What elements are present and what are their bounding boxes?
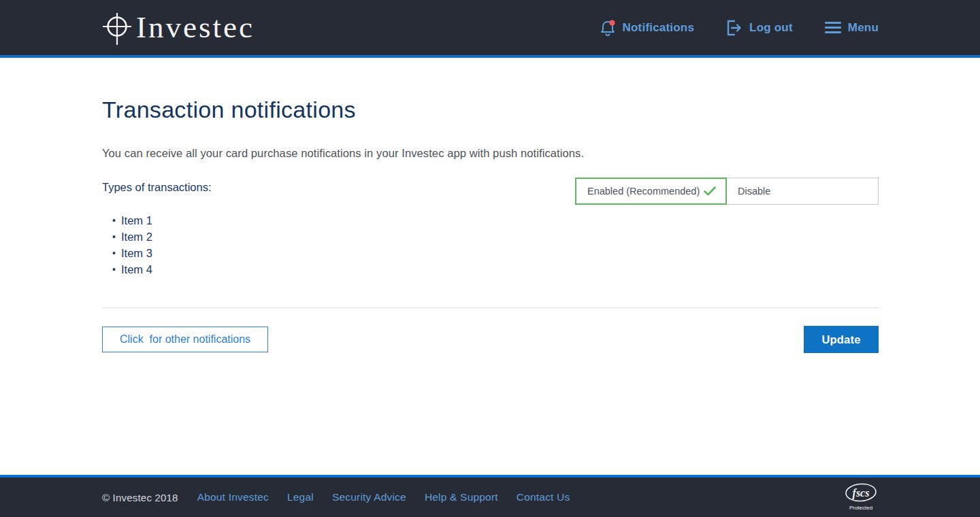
logout-label: Log out [749,21,793,35]
hamburger-menu-icon [825,22,841,33]
notifications-button[interactable]: Notifications [600,19,695,37]
notifications-label: Notifications [623,21,695,35]
menu-button[interactable]: Menu [825,21,879,35]
investec-wordmark: Investec [136,10,255,44]
footer-link-about-investec[interactable]: About Investec [197,491,269,503]
footer-link-legal[interactable]: Legal [287,491,314,503]
transaction-item: Item 2 [102,229,212,245]
svg-text:fscs: fscs [853,487,870,499]
logout-icon [726,19,742,37]
bell-icon [600,19,616,37]
logout-button[interactable]: Log out [726,19,793,37]
update-button[interactable]: Update [804,326,879,353]
svg-text:Protected: Protected [849,505,872,511]
footer-link-help-support[interactable]: Help & Support [425,491,498,503]
transaction-types: Types of transactions: Item 1 Item 2 Ite… [102,178,212,278]
transaction-item: Item 3 [102,245,212,261]
notifications-toggle-group: Enabled (Recommended) Disable [575,178,879,205]
investec-crosshair-icon [102,12,132,46]
footer-left: © Investec 2018 About Investec Legal Sec… [102,491,570,503]
menu-label: Menu [848,21,879,35]
settings-row: Types of transactions: Item 1 Item 2 Ite… [102,178,879,278]
page-description: You can receive all your card purchase n… [102,147,879,160]
copyright-text: © Investec 2018 [102,492,178,503]
main-content: Transaction notifications You can receiv… [0,58,980,475]
other-notifications-button[interactable]: Click for other notifications [102,327,268,352]
disable-toggle-label: Disable [738,186,770,197]
fscs-protected-logo: fscs Protected [843,482,879,513]
footer-links: About Investec Legal Security Advice Hel… [197,491,570,503]
transaction-item: Item 4 [102,261,212,278]
enabled-toggle-button[interactable]: Enabled (Recommended) [575,178,727,205]
page-title: Transaction notifications [102,97,879,122]
transaction-types-label: Types of transactions: [102,181,212,194]
transaction-types-list: Item 1 Item 2 Item 3 Item 4 [102,212,212,278]
investec-logo[interactable]: Investec [102,10,255,46]
enabled-toggle-label: Enabled (Recommended) [587,186,700,197]
check-icon [704,186,716,196]
notification-badge [609,20,615,25]
footer: © Investec 2018 About Investec Legal Sec… [0,475,980,517]
header-nav: Notifications Log out Menu [600,19,879,37]
footer-link-security-advice[interactable]: Security Advice [332,491,406,503]
section-divider [102,307,879,308]
actions-row: Click for other notifications Update [102,326,879,353]
footer-link-contact-us[interactable]: Contact Us [517,491,570,503]
header: Investec Notifications Log out Menu [0,0,980,58]
disable-toggle-button[interactable]: Disable [727,178,879,205]
transaction-item: Item 1 [102,212,212,229]
